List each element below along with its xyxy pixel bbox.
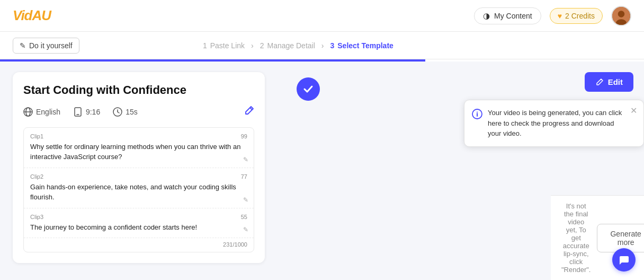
edit-small-icon: ✎ — [20, 41, 26, 50]
clip-2-text[interactable]: Gain hands-on experience, take notes, an… — [30, 182, 247, 203]
step-3: 3 Select Template — [330, 41, 393, 50]
notification-close-icon[interactable]: ✕ — [630, 106, 637, 116]
char-count: 231/1000 — [24, 241, 254, 252]
ratio-meta: 9:16 — [73, 107, 100, 117]
clip-1-edit-icon[interactable]: ✎ — [243, 156, 248, 163]
checkmark-area — [297, 77, 320, 101]
logo: VidAU — [13, 7, 51, 24]
step-3-label: Select Template — [337, 41, 393, 50]
my-content-label: My Content — [494, 12, 532, 20]
step-arrow-1: › — [251, 41, 254, 50]
logo-text: VidAU — [13, 7, 51, 23]
notification-bubble[interactable]: Your video is being generated, you can c… — [464, 100, 644, 147]
clip-3-header: Clip3 55 — [30, 214, 247, 220]
card-meta: English 9:16 — [23, 106, 254, 119]
language-meta: English — [23, 107, 60, 117]
step-bar: ✎ Do it yourself 1 Paste Link › 2 Manage… — [0, 32, 644, 59]
credits-button[interactable]: ♥ 2 Credits — [550, 8, 603, 24]
language-label: English — [36, 108, 60, 116]
clock-icon — [113, 107, 122, 117]
clip-item-1: Clip1 99 Why settle for ordinary learnin… — [24, 128, 254, 168]
step-2-number: 2 — [260, 41, 264, 50]
edit-button[interactable]: Edit — [585, 72, 633, 92]
card-edit-icon[interactable] — [244, 106, 254, 119]
clip-3-label: Clip3 — [30, 214, 43, 220]
my-content-button[interactable]: ◑ My Content — [474, 7, 541, 24]
generate-more-button[interactable]: Generate more — [597, 224, 644, 252]
svg-point-14 — [477, 112, 478, 113]
clip-3-text[interactable]: The journey to becoming a confident code… — [30, 222, 247, 233]
left-panel: Start Coding with Confidence English — [0, 62, 275, 280]
step-arrow-2: › — [321, 41, 324, 50]
card-title: Start Coding with Confidence — [23, 83, 254, 98]
checkmark-circle — [297, 77, 320, 101]
clip-section: Clip1 99 Why settle for ordinary learnin… — [23, 127, 254, 253]
svg-line-10 — [118, 112, 119, 113]
steps: 1 Paste Link › 2 Manage Detail › 3 Selec… — [101, 41, 496, 50]
globe-icon — [23, 107, 33, 117]
duration-meta: 15s — [113, 107, 138, 117]
clip-2-edit-icon[interactable]: ✎ — [243, 196, 248, 204]
main: Start Coding with Confidence English — [0, 62, 644, 280]
generate-more-label: Generate more — [610, 230, 641, 247]
clip-2-header: Clip2 77 — [30, 173, 247, 180]
heart-icon: ♥ — [558, 12, 562, 20]
clip-2-label: Clip2 — [30, 173, 43, 180]
right-panel: Edit Your video is being generated, you … — [275, 62, 644, 280]
notification-text: Your video is being generated, you can c… — [488, 108, 624, 139]
svg-point-1 — [618, 11, 625, 18]
clip-3-edit-icon[interactable]: ✎ — [243, 226, 248, 233]
clip-1-count: 99 — [241, 133, 247, 139]
my-content-icon: ◑ — [483, 11, 490, 21]
header-right: ◑ My Content ♥ 2 Credits — [474, 6, 631, 26]
chat-bubble[interactable] — [612, 248, 636, 272]
step-1-label: Paste Link — [210, 41, 245, 50]
duration-label: 15s — [126, 108, 138, 116]
step-1: 1 Paste Link — [203, 41, 245, 50]
avatar[interactable] — [611, 6, 631, 26]
ratio-label: 9:16 — [86, 108, 100, 116]
video-card: Start Coding with Confidence English — [13, 72, 265, 263]
clip-3-count: 55 — [241, 214, 247, 220]
step-2-label: Manage Detail — [267, 41, 315, 50]
step-1-number: 1 — [203, 41, 207, 50]
clip-item-2: Clip2 77 Gain hands-on experience, take … — [24, 168, 254, 208]
credits-label: 2 Credits — [565, 12, 595, 20]
bottom-hint: It's not the final video yet, To get acc… — [561, 202, 591, 274]
clip-1-label: Clip1 — [30, 133, 43, 139]
do-it-yourself-button[interactable]: ✎ Do it yourself — [13, 38, 79, 54]
header: VidAU ◑ My Content ♥ 2 Credits — [0, 0, 644, 32]
notification-icon — [472, 109, 482, 122]
phone-icon — [73, 107, 83, 117]
clip-1-header: Clip1 99 — [30, 133, 247, 139]
clip-item-3: Clip3 55 The journey to becoming a confi… — [24, 208, 254, 239]
step-2: 2 Manage Detail — [260, 41, 315, 50]
step-3-number: 3 — [330, 41, 334, 50]
edit-button-label: Edit — [608, 77, 623, 86]
do-it-yourself-label: Do it yourself — [29, 41, 73, 50]
clip-1-text[interactable]: Why settle for ordinary learning methods… — [30, 142, 247, 162]
clip-2-count: 77 — [241, 173, 247, 180]
